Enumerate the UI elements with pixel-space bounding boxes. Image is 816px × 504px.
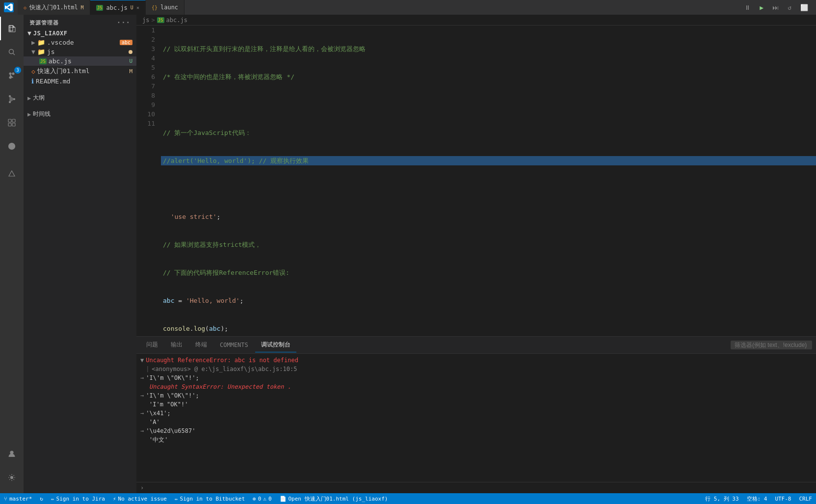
svg-point-9: [9, 102, 11, 103]
code-editor[interactable]: 1 2 3 4 5 6 7 8 9 10 11 // 以双斜杠开头直到行末的是注…: [136, 26, 816, 336]
scm-badge: 3: [14, 67, 21, 74]
js-file-icon: JS: [96, 5, 104, 11]
readme-file-row[interactable]: ℹ README.md: [24, 77, 136, 86]
svg-point-16: [10, 451, 13, 454]
console-text-10: '中文': [149, 435, 168, 444]
outline-section[interactable]: ▶ 大纲: [24, 92, 136, 104]
activity-extensions[interactable]: [0, 111, 24, 134]
vscode-folder-arrow: ▶: [31, 39, 35, 46]
vscode-folder-row[interactable]: ▶ 📁 .vscode abc: [24, 38, 136, 47]
activity-search[interactable]: [0, 40, 24, 64]
code-line-8: // 如果浏览器支持strict模式，: [161, 240, 816, 249]
vscode-folder-icon: 📁: [37, 39, 45, 46]
breadcrumb-js-icon: JS: [157, 17, 164, 23]
activity-triangle[interactable]: [0, 162, 24, 186]
spaces-label: 空格: 4: [747, 495, 767, 503]
tab-problems[interactable]: 问题: [140, 338, 164, 352]
sidebar-more-button[interactable]: ···: [117, 19, 131, 27]
outline-arrow: ▶: [27, 95, 31, 102]
editor-content: 1 2 3 4 5 6 7 8 9 10 11 // 以双斜杠开头直到行末的是注…: [136, 26, 816, 336]
svg-rect-11: [12, 119, 15, 122]
no-issue-item[interactable]: ⚡ No active issue: [109, 493, 171, 504]
git-branch-label: master*: [9, 496, 32, 502]
bitbucket-item[interactable]: ✏ Sign in to Bitbucket: [171, 493, 249, 504]
activity-remote[interactable]: [0, 134, 24, 158]
sidebar-title: 资源管理器: [29, 19, 59, 27]
tab-terminal[interactable]: 终端: [189, 338, 213, 352]
statusbar-left: ⑂ master* ↻ ✏ Sign in to Jira ⚡ No activ…: [0, 493, 392, 504]
sync-icon: ↻: [40, 496, 43, 502]
git-icon: ⑂: [4, 496, 7, 502]
tab-output[interactable]: 输出: [165, 338, 188, 352]
svg-point-8: [14, 99, 15, 100]
code-line-6: [161, 184, 816, 193]
tab-debug-console[interactable]: 调试控制台: [255, 338, 296, 352]
code-line-9: // 下面的代码将报ReferenceError错误:: [161, 268, 816, 277]
js-file-icon: JS: [39, 58, 47, 64]
vscode-folder-label: .vscode: [47, 39, 74, 46]
svg-point-3: [9, 73, 11, 75]
stop-button[interactable]: ⬜: [797, 3, 811, 12]
console-text-7: '\x41';: [146, 409, 171, 418]
spaces-item[interactable]: 空格: 4: [743, 493, 771, 504]
titlebar-controls: ⏸ ▶ ⏭ ↺ ⬜: [737, 3, 816, 12]
abcjs-label: abc.js: [49, 57, 72, 65]
git-branch-item[interactable]: ⑂ master*: [0, 493, 36, 504]
timeline-section[interactable]: ▶ 时间线: [24, 108, 136, 120]
console-line-2: ▼ | <anonymous> @ e:\js_liaoxf\js\abc.js…: [140, 365, 812, 373]
line-col-item[interactable]: 行 5, 列 33: [701, 493, 742, 504]
play-button[interactable]: ▶: [757, 3, 766, 12]
svg-marker-15: [9, 171, 15, 176]
activity-debug[interactable]: [0, 87, 24, 111]
abcjs-file-row[interactable]: JS abc.js U: [24, 56, 136, 66]
code-line-11: console.log(abc);: [161, 324, 816, 333]
errors-item[interactable]: ⊗ 0 ⚠ 0: [249, 493, 276, 504]
titlebar: ◇ 快速入门01.html M JS abc.js U ✕ {} launc ⏸…: [0, 0, 816, 15]
stack-trace-1: <anonymous> @ e:\js_liaoxf\js\abc.js:10:…: [152, 365, 297, 373]
js-folder-arrow: ▼: [31, 48, 35, 55]
encoding-item[interactable]: UTF-8: [771, 493, 795, 504]
console-line-4: Uncaught SyntaxError: Unexpected token .: [140, 382, 812, 391]
console-line-9: → '\u4e2d\u6587': [140, 426, 812, 435]
step-over-button[interactable]: ⏭: [769, 3, 782, 12]
timeline-arrow: ▶: [27, 111, 31, 118]
tab-html[interactable]: ◇ 快速入门01.html M: [18, 0, 90, 15]
code-content[interactable]: // 以双斜杠开头直到行末的是注释，注释是给人看的，会被浏览器忽略 /* 在这中…: [161, 26, 816, 336]
console-line-7: → '\x41';: [140, 409, 812, 418]
encoding-label: UTF-8: [775, 496, 791, 502]
sync-item[interactable]: ↻: [36, 493, 47, 504]
activity-account[interactable]: [0, 442, 24, 466]
js-folder-row[interactable]: ▼ 📁 js: [24, 47, 136, 56]
svg-point-17: [11, 477, 13, 479]
code-line-4: // 第一个JavaScript代码：: [161, 128, 816, 137]
code-line-5: //alert('Hello, world'); // 观察执行效果: [161, 156, 816, 165]
activity-settings[interactable]: [0, 466, 24, 489]
open-file-label: Open 快速入门01.html (js_liaoxf): [289, 495, 388, 503]
console-text-3: 'I\'m \"OK\"!';: [146, 373, 199, 382]
pause-button[interactable]: ⏸: [741, 3, 754, 12]
tab-js-close[interactable]: ✕: [136, 5, 139, 10]
tab-comments[interactable]: COMMENTS: [214, 339, 254, 352]
restart-button[interactable]: ↺: [785, 3, 794, 12]
eol-item[interactable]: CRLF: [795, 493, 816, 504]
open-file-item[interactable]: 📄 Open 快速入门01.html (js_liaoxf): [276, 493, 392, 504]
svg-line-2: [13, 53, 15, 55]
breadcrumb-js: js: [142, 17, 149, 24]
code-line-10: abc = 'Hello, world';: [161, 296, 816, 305]
tab-js[interactable]: JS abc.js U ✕: [90, 0, 146, 15]
activity-explorer[interactable]: [0, 17, 24, 40]
activity-scm[interactable]: 3: [0, 64, 24, 87]
html-file-row[interactable]: ◇ 快速入门01.html M: [24, 66, 136, 77]
readme-label: README.md: [36, 78, 70, 85]
eol-label: CRLF: [799, 496, 813, 502]
root-folder[interactable]: ▼ JS_LIAOXF: [24, 28, 136, 38]
html-file-label: 快速入门01.html: [37, 67, 90, 76]
console-text-8: 'A': [149, 418, 160, 426]
editor-area: js > JS abc.js 1 2 3 4 5 6 7 8: [136, 15, 816, 493]
outline-label: 大纲: [33, 94, 45, 102]
panel-expand-row[interactable]: ›: [136, 482, 816, 493]
line-col-label: 行 5, 列 33: [705, 495, 738, 503]
jira-item[interactable]: ✏ Sign in to Jira: [47, 493, 109, 504]
panel-filter-input[interactable]: [731, 341, 812, 349]
tab-launch[interactable]: {} launc: [146, 0, 184, 15]
